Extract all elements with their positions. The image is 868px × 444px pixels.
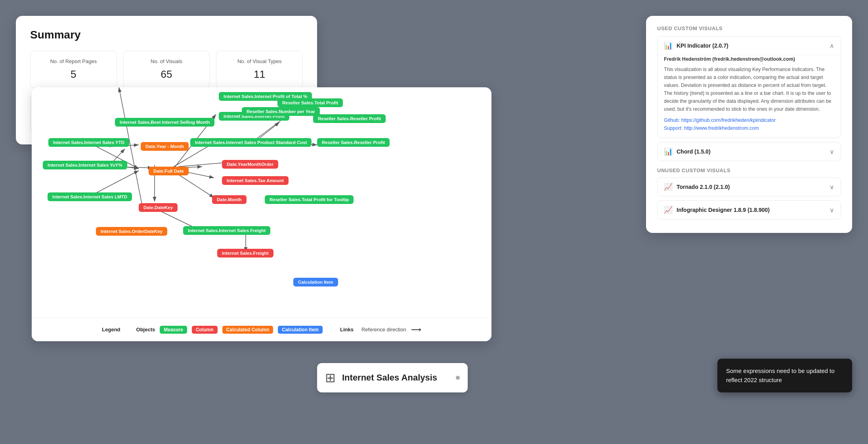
chevron-down-icon: ∨ — [830, 148, 834, 156]
node-8[interactable]: Reseller Sales.Total Profit — [277, 98, 343, 107]
legend-calc-item-badge: Calculation Item — [278, 326, 323, 334]
summary-card-1: No. of Visuals 65 — [123, 51, 210, 88]
chevron-up-icon: ∧ — [830, 42, 834, 50]
node-15[interactable]: Reseller Sales.Total Profit for Tooltip — [265, 195, 354, 204]
tornado-name: Tornado 2.1.0 (2.1.0) — [677, 184, 730, 190]
infographic-chart-icon: 📈 — [664, 206, 673, 214]
summary-card-0: No. of Report Pages 5 — [30, 51, 117, 88]
summary-title: Summary — [30, 29, 303, 41]
visual-item-infographic-header[interactable]: 📈 Infographic Designer 1.8.9 (1.8.900) ∨ — [658, 201, 841, 219]
legend-measure-badge: Measure — [160, 326, 187, 334]
node-13[interactable]: Internet Sales.Tax Amount — [222, 176, 289, 185]
node-17[interactable]: Internet Sales.OrderDateKey — [96, 227, 167, 236]
visual-item-infographic: 📈 Infographic Designer 1.8.9 (1.8.900) ∨ — [657, 200, 841, 219]
kpi-github: Github: https://github.com/fredrikheden/… — [664, 116, 834, 124]
chevron-down-icon-2: ∨ — [830, 183, 834, 191]
isa-card[interactable]: ⊞ Internet Sales Analysis — [317, 363, 468, 392]
node-16[interactable]: Date.DateKey — [139, 203, 178, 212]
legend-area: Legend Objects Measure Column Calculated… — [32, 317, 491, 341]
kpi-name: KPI Indicator (2.0.7) — [677, 42, 728, 49]
node-9[interactable]: Reseller Sales.Reseller Profit — [313, 114, 386, 123]
kpi-description: This visualization is all about visualiz… — [664, 65, 834, 113]
legend-objects-label: Objects — [136, 327, 155, 333]
chord-chart-icon: 📊 — [664, 147, 673, 156]
isa-card-title: Internet Sales Analysis — [342, 373, 437, 383]
summary-card-2: No. of Visual Types 11 — [216, 51, 303, 88]
node-20[interactable]: Reseller Sales.Number per Year — [242, 107, 320, 116]
legend-column-badge: Column — [192, 326, 218, 334]
legend-title: Legend — [102, 327, 120, 333]
node-4[interactable]: Date.Year - Month — [141, 142, 189, 151]
visual-item-kpi: 📊 KPI Indicator (2.0.7) ∧ Fredrik Hedens… — [657, 36, 841, 138]
legend-arrow-icon: ⟶ — [411, 325, 421, 334]
kpi-author: Fredrik Hedenström (fredrik.hedenstrom@o… — [664, 55, 834, 63]
chevron-down-icon-3: ∨ — [830, 206, 834, 214]
node-19[interactable]: Internet Sales.Freight — [217, 249, 273, 258]
isa-dot — [456, 376, 460, 380]
visual-item-chord: 📊 Chord (1.5.0) ∨ — [657, 142, 841, 161]
node-14[interactable]: Date.Month — [212, 195, 247, 204]
tooltip-text: Some expressions need to be updated to r… — [726, 367, 835, 383]
kpi-body: Fredrik Hedenström (fredrik.hedenstrom@o… — [658, 55, 841, 138]
visual-item-chord-header[interactable]: 📊 Chord (1.5.0) ∨ — [658, 142, 841, 161]
isa-icon: ⊞ — [325, 370, 336, 385]
node-21[interactable]: Calculation Item — [293, 278, 338, 286]
visual-item-kpi-header[interactable]: 📊 KPI Indicator (2.0.7) ∧ — [658, 37, 841, 55]
visual-item-tornado-header[interactable]: 📈 Tornado 2.1.0 (2.1.0) ∨ — [658, 178, 841, 196]
kpi-chart-icon: 📊 — [664, 41, 673, 50]
node-1[interactable]: Internet Sales.Internet Sales YoY% — [43, 161, 127, 169]
custom-visuals-panel: Used Custom Visuals 📊 KPI Indicator (2.0… — [646, 16, 852, 233]
visual-item-tornado: 📈 Tornado 2.1.0 (2.1.0) ∨ — [657, 177, 841, 196]
infographic-name: Infographic Designer 1.8.9 (1.8.900) — [677, 207, 770, 213]
diagram-panel: Internet Sales.Internet Sales YTDInterne… — [32, 87, 491, 341]
legend-links-label: Links — [340, 327, 354, 333]
legend-reference-label: Reference direction — [361, 327, 406, 333]
unused-custom-visuals-title: Unused Custom Visuals — [657, 167, 841, 173]
node-11[interactable]: Date.Full Date — [149, 167, 189, 175]
node-12[interactable]: Date.YearMonthOrder — [222, 160, 278, 169]
legend-calc-column-badge: Calculated Column — [222, 326, 273, 334]
kpi-support: Support: http://www.fredrikhedenstrom.co… — [664, 124, 834, 132]
node-0[interactable]: Internet Sales.Internet Sales YTD — [48, 138, 129, 147]
used-custom-visuals-title: Used Custom Visuals — [657, 25, 841, 31]
tornado-chart-icon: 📈 — [664, 183, 673, 191]
node-18[interactable]: Internet Sales.Internet Sales Freight — [183, 226, 270, 235]
node-10[interactable]: Reseller Sales.Reseller Profit — [317, 138, 390, 147]
node-7[interactable]: Internet Sales.Internet Sales Product St… — [190, 138, 312, 147]
tooltip-panel: Some expressions need to be updated to r… — [717, 359, 852, 392]
chord-name: Chord (1.5.0) — [677, 148, 711, 155]
node-2[interactable]: Internet Sales.Internet Sales LMTD — [48, 192, 132, 201]
node-3[interactable]: Internet Sales.Best Internet Selling Mon… — [115, 118, 214, 127]
